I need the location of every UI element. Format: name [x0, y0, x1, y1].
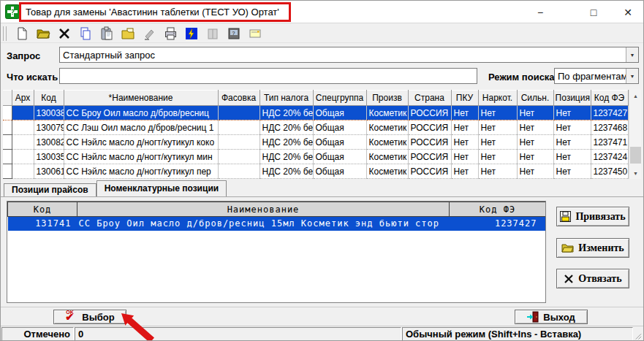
cell: 130035 — [34, 150, 64, 164]
chevron-down-icon[interactable]: ▼ — [626, 47, 638, 62]
column-header[interactable]: Сильн. — [517, 91, 553, 106]
cell: СС Лэш Оил масло д/бров/ресниц 1 — [64, 120, 218, 135]
unbind-button[interactable]: Отвязать — [556, 269, 629, 288]
delete-icon[interactable] — [57, 26, 72, 41]
cell: Общая — [313, 106, 366, 120]
chevron-down-icon[interactable]: ▼ — [626, 69, 638, 83]
cell — [12, 106, 34, 120]
scroll-up-icon[interactable]: ▲ — [629, 90, 642, 101]
column-header[interactable]: Арх — [12, 91, 34, 106]
cell — [12, 150, 34, 164]
floppy-icon — [560, 211, 571, 222]
scroll-down-icon[interactable]: ▼ — [629, 167, 642, 179]
column-header[interactable]: Наименование — [77, 202, 450, 217]
ok-check-icon: OK ✔ — [65, 311, 77, 323]
paste-icon[interactable] — [99, 26, 114, 41]
edit-button[interactable]: Изменить — [556, 238, 629, 258]
cell: Нет — [553, 150, 591, 164]
column-header[interactable]: Код ФЭ — [591, 91, 628, 106]
cell — [218, 164, 260, 179]
cell: Нет — [478, 120, 517, 135]
open-folder-icon — [561, 242, 574, 253]
cell: Общая — [313, 135, 366, 150]
column-header[interactable] — [3, 91, 12, 106]
column-header[interactable]: Спецгруппа — [313, 91, 366, 106]
cell — [3, 106, 12, 120]
window-title: Товар для замены 'Авастинин таблетки (ТЕ… — [26, 7, 279, 18]
exit-button[interactable]: Выход — [515, 310, 588, 324]
cell: СС Нэйлс масло д/ногт/кутикул пер — [64, 164, 218, 179]
tab-nomenclature-positions[interactable]: Номенклатурные позиции — [96, 180, 227, 196]
cell — [3, 135, 12, 150]
edit-button-label: Изменить — [578, 242, 624, 254]
column-header[interactable]: Фасовка — [218, 91, 260, 106]
column-header[interactable]: Позиция — [553, 91, 591, 106]
documents-folder-icon[interactable] — [121, 26, 135, 41]
cell: НДС 20% бе — [260, 120, 313, 135]
cell: 1237427 — [450, 217, 546, 231]
column-header[interactable]: Код ФЭ — [450, 202, 546, 217]
table-row[interactable]: 130061СС Нэйлс масло д/ногт/кутикул перН… — [3, 164, 628, 179]
cell — [218, 106, 260, 120]
search-mode-combobox[interactable]: По фрагментам ▼ — [554, 68, 639, 84]
nomenclature-header-row: КодНаименованиеКод ФЭ — [8, 202, 546, 217]
refresh-lightning-icon[interactable] — [184, 26, 199, 41]
cell: Нет — [478, 106, 517, 120]
table-row[interactable]: 131741СС Броу Оил масло д/бров/ресниц 15… — [8, 217, 546, 231]
column-header[interactable]: *Наименование — [64, 91, 218, 106]
annotation-arrow — [114, 311, 158, 341]
search-mode-label: Режим поиска — [488, 72, 555, 83]
cell — [12, 135, 34, 150]
new-document-icon[interactable] — [15, 26, 29, 41]
bind-button[interactable]: Привязать — [556, 207, 629, 226]
column-header[interactable]: Страна — [408, 91, 451, 106]
search-input[interactable] — [59, 68, 477, 84]
cell: РОССИЯ — [408, 164, 451, 179]
toolbar-grip[interactable] — [3, 26, 7, 41]
toolbar: ? — [1, 24, 643, 43]
cell: РОССИЯ — [408, 135, 451, 150]
close-button[interactable]: ✕ — [611, 1, 644, 23]
book-disabled-icon — [205, 26, 220, 41]
search-label: Что искать — [7, 72, 58, 83]
maximize-button[interactable]: □ — [577, 1, 610, 23]
table-row[interactable]: 130082СС Нэйлс масло д/ногт/кутикул коко… — [3, 135, 628, 150]
cell: Нет — [451, 120, 478, 135]
cell: Нет — [517, 164, 553, 179]
footer-bar: OK ✔ Выбор Выход — [1, 307, 643, 326]
open-folder-icon[interactable] — [36, 26, 50, 41]
column-header[interactable]: Тип налога — [260, 91, 313, 106]
column-header[interactable]: Наркот. — [478, 91, 517, 106]
table-row[interactable]: 130035СС Нэйлс масло д/ногт/кутикул минН… — [3, 150, 628, 164]
cell: 1237427 — [591, 106, 628, 120]
search-mode-value: По фрагментам — [555, 71, 626, 82]
column-header[interactable]: ПКУ — [451, 91, 478, 106]
cell: Нет — [478, 150, 517, 164]
app-window: Товар для замены 'Авастинин таблетки (ТЕ… — [0, 0, 644, 341]
copy-icon[interactable] — [78, 26, 93, 41]
table-row[interactable]: 130079СС Лэш Оил масло д/бров/ресниц 1НД… — [3, 120, 628, 135]
tab-price-positions[interactable]: Позиции прайсов — [4, 183, 96, 196]
help-window-icon[interactable]: ? — [227, 26, 241, 41]
minimize-button[interactable]: − — [523, 1, 557, 23]
query-combobox[interactable]: Стандартный запрос ▼ — [59, 47, 639, 63]
nomenclature-grid: КодНаименованиеКод ФЭ 131741СС Броу Оил … — [7, 201, 546, 303]
note-card-icon[interactable] — [248, 26, 262, 41]
cell: НДС 20% бе — [260, 150, 313, 164]
column-header[interactable]: Код — [34, 91, 64, 106]
cell: 1237450 — [591, 164, 628, 179]
resize-grip[interactable] — [633, 326, 643, 341]
cell: Общая — [313, 120, 366, 135]
cell: РОССИЯ — [408, 106, 451, 120]
vertical-scrollbar[interactable]: ▲ ▼ — [629, 90, 641, 179]
column-header[interactable]: Код — [8, 202, 77, 217]
column-header[interactable]: Произв — [366, 91, 408, 106]
print-icon[interactable] — [163, 26, 178, 41]
x-icon — [564, 274, 574, 284]
scrollbar-thumb[interactable] — [630, 147, 641, 164]
cell: НДС 20% бе — [260, 164, 313, 179]
bind-button-label: Привязать — [575, 211, 625, 223]
cell: 130079 — [34, 120, 64, 135]
select-button-label: Выбор — [82, 312, 114, 323]
table-row[interactable]: 130038СС Броу Оил масло д/бров/ресницНДС… — [3, 106, 628, 120]
